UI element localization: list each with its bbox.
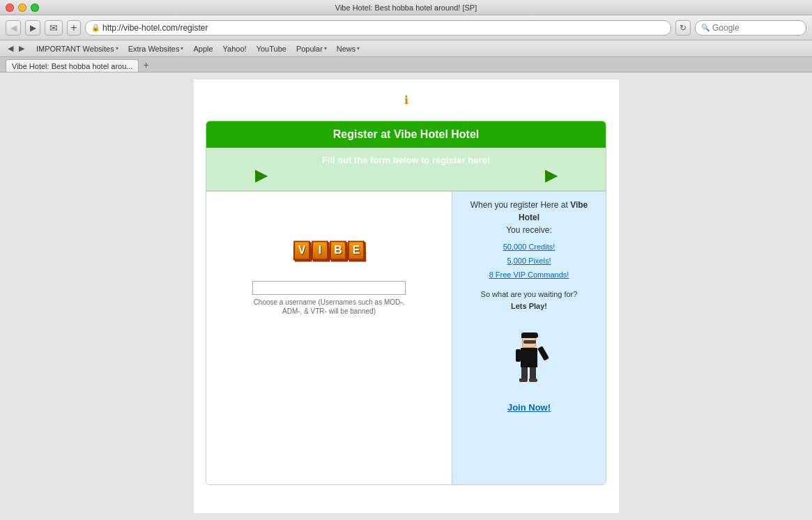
reg-arrows: ▶ ▶ bbox=[213, 165, 599, 183]
new-tab-button[interactable]: + bbox=[67, 20, 81, 36]
benefit-vip: 8 Free VIP Commands! bbox=[489, 268, 569, 282]
forward-button[interactable]: ▶ bbox=[25, 20, 40, 36]
reg-benefits-area: When you register Here at Vibe Hotel You… bbox=[452, 192, 606, 484]
chevron-down-icon: ▾ bbox=[324, 45, 327, 52]
maximize-button[interactable] bbox=[31, 3, 39, 12]
reg-header: Register at Vibe Hotel Hotel bbox=[206, 121, 606, 148]
search-input[interactable] bbox=[712, 23, 812, 33]
left-arrow-icon: ▶ bbox=[255, 168, 267, 183]
benefit-pixels: 5,000 Pixels! bbox=[489, 254, 569, 268]
vibe-letter-e: E bbox=[348, 240, 365, 260]
title-bar: Vibe Hotel: Best hobba hotel around! [SP… bbox=[0, 0, 812, 15]
reg-form-area: V I B E Choose a username (Usernames suc… bbox=[206, 192, 452, 484]
window-controls bbox=[6, 3, 39, 12]
chevron-down-icon: ▾ bbox=[357, 45, 360, 52]
reg-prompt: So what are you waiting for? Lets Play! bbox=[481, 289, 578, 312]
bookmark-item-important-websites[interactable]: IMPORTANT Websites ▾ bbox=[32, 43, 123, 54]
search-bar[interactable]: 🔍 » bbox=[695, 20, 806, 36]
character-sprite bbox=[514, 332, 545, 388]
bookmark-back-button[interactable]: ◀ bbox=[6, 43, 15, 54]
bookmark-item-apple[interactable]: Apple bbox=[189, 43, 217, 54]
minimize-button[interactable] bbox=[18, 3, 26, 12]
vibe-letter-v: V bbox=[293, 240, 311, 260]
reg-header-text: Register at Vibe Hotel Hotel bbox=[333, 128, 480, 140]
reg-right-title-prefix: When you register Here at bbox=[470, 200, 568, 210]
lock-icon: 🔒 bbox=[91, 24, 100, 31]
address-bar[interactable]: 🔒 bbox=[85, 20, 671, 36]
bookmark-nav: ◀ ▶ bbox=[6, 43, 26, 54]
bookmark-label: IMPORTANT Websites bbox=[36, 45, 114, 53]
bookmark-item-news[interactable]: News ▾ bbox=[332, 43, 365, 54]
back-button[interactable]: ◀ bbox=[6, 20, 21, 36]
tab-label: Vibe Hotel: Best hobba hotel arou... bbox=[12, 62, 132, 70]
tab-bar: Vibe Hotel: Best hobba hotel arou... + bbox=[0, 57, 812, 72]
content-area: ℹ Register at Vibe Hotel Hotel Fill out … bbox=[0, 72, 812, 520]
reg-body: V I B E Choose a username (Usernames suc… bbox=[206, 191, 606, 484]
add-tab-button[interactable]: + bbox=[143, 59, 148, 70]
chevron-down-icon: ▾ bbox=[181, 45, 183, 52]
search-icon: 🔍 bbox=[701, 24, 710, 31]
username-input[interactable] bbox=[252, 281, 406, 295]
bookmark-label: Yahoo! bbox=[223, 45, 247, 53]
reg-subheader: Fill out the form below to register here… bbox=[206, 148, 606, 191]
bookmark-label: Popular bbox=[296, 45, 323, 53]
address-input[interactable] bbox=[102, 23, 665, 33]
reg-prompt-text: So what are you waiting for? bbox=[481, 290, 578, 298]
join-now-button[interactable]: Join Now! bbox=[507, 402, 551, 413]
reg-prompt-bold: Lets Play! bbox=[511, 302, 547, 310]
vibe-letter-i: I bbox=[312, 240, 329, 260]
bookmark-label: Extra Websites bbox=[128, 45, 180, 53]
reg-right-title: When you register Here at Vibe Hotel You… bbox=[459, 199, 599, 236]
bookmark-item-youtube[interactable]: YouTube bbox=[252, 43, 291, 54]
bookmark-label: News bbox=[337, 45, 356, 53]
window-title: Vibe Hotel: Best hobba hotel around! [SP… bbox=[335, 3, 477, 12]
bookmark-item-extra-websites[interactable]: Extra Websites ▾ bbox=[124, 43, 188, 54]
right-arrow-icon: ▶ bbox=[545, 168, 557, 183]
bookmark-item-yahoo[interactable]: Yahoo! bbox=[219, 43, 251, 54]
bookmark-forward-button[interactable]: ▶ bbox=[17, 43, 26, 54]
benefit-pixels-link[interactable]: 5,000 Pixels! bbox=[507, 257, 551, 265]
bookmarks-bar: ◀ ▶ IMPORTANT Websites ▾ Extra Websites … bbox=[0, 40, 812, 57]
mail-button[interactable]: ✉ bbox=[45, 20, 63, 36]
vibe-logo: V I B E bbox=[293, 240, 365, 260]
reg-benefits-list: 50,000 Credits! 5,000 Pixels! 8 Free VIP… bbox=[489, 240, 569, 282]
tab-vibe-hotel[interactable]: Vibe Hotel: Best hobba hotel arou... bbox=[6, 59, 139, 72]
toolbar: ◀ ▶ ✉ + 🔒 ↻ 🔍 » bbox=[0, 15, 812, 40]
info-icon: ℹ bbox=[404, 93, 408, 107]
username-hint: Choose a username (Usernames such as MOD… bbox=[252, 298, 406, 316]
reg-subheader-text: Fill out the form below to register here… bbox=[322, 155, 490, 165]
chevron-down-icon: ▾ bbox=[116, 45, 118, 52]
benefit-credits-link[interactable]: 50,000 Credits! bbox=[503, 243, 556, 251]
benefit-vip-link[interactable]: 8 Free VIP Commands! bbox=[489, 270, 569, 279]
bookmark-label: Apple bbox=[193, 45, 213, 53]
close-button[interactable] bbox=[6, 3, 14, 12]
bookmark-item-popular[interactable]: Popular ▾ bbox=[292, 43, 331, 54]
reload-button[interactable]: ↻ bbox=[675, 20, 691, 36]
registration-box: Register at Vibe Hotel Hotel Fill out th… bbox=[206, 121, 606, 485]
reg-right-title-suffix: You receive: bbox=[506, 225, 552, 235]
bookmark-label: YouTube bbox=[256, 45, 286, 53]
benefit-credits: 50,000 Credits! bbox=[489, 240, 569, 254]
vibe-letter-b: B bbox=[330, 240, 347, 260]
page-wrapper: ℹ Register at Vibe Hotel Hotel Fill out … bbox=[194, 79, 619, 513]
